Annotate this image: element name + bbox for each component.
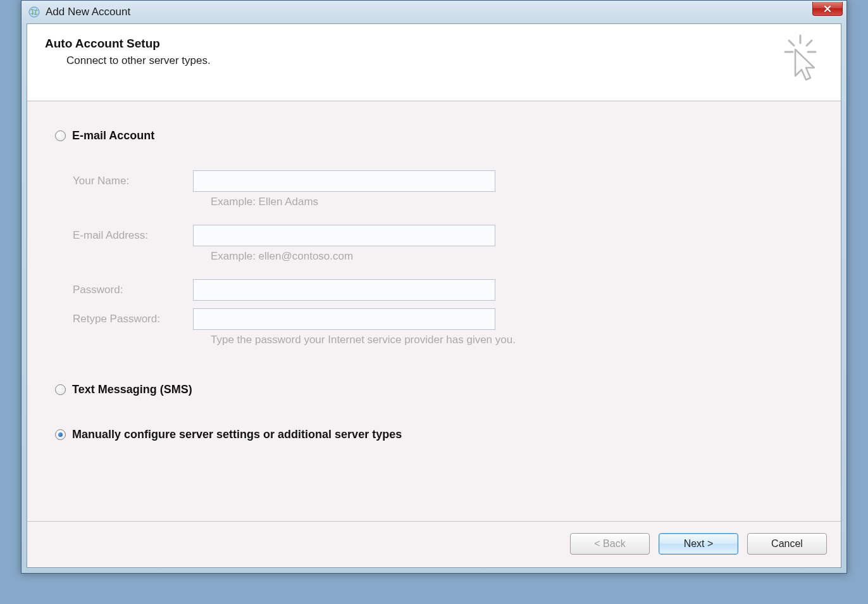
svg-line-2 [789,41,794,46]
page-title: Auto Account Setup [45,37,211,51]
close-button[interactable] [812,2,843,16]
close-icon [823,5,832,13]
wizard-footer: < Back Next > Cancel [27,521,841,567]
wizard-header: Auto Account Setup Connect to other serv… [27,24,841,101]
option-email-account[interactable]: E-mail Account [55,129,817,142]
title-bar: Add New Account [22,1,846,23]
your-name-hint: Example: Ellen Adams [211,196,817,208]
password-label: Password: [73,284,193,296]
option-sms-label: Text Messaging (SMS) [72,383,192,396]
window-title: Add New Account [46,6,130,18]
password-hint: Type the password your Internet service … [211,334,817,346]
radio-icon [55,130,66,141]
retype-password-input [193,308,495,330]
back-button: < Back [570,533,650,555]
your-name-label: Your Name: [73,175,193,187]
email-form: Your Name: Example: Ellen Adams E-mail A… [73,170,817,346]
client-area: Auto Account Setup Connect to other serv… [27,23,841,568]
cancel-button[interactable]: Cancel [747,533,827,555]
option-text-messaging[interactable]: Text Messaging (SMS) [55,383,817,396]
svg-line-3 [807,41,812,46]
email-address-hint: Example: ellen@contoso.com [211,250,817,263]
option-email-label: E-mail Account [72,129,154,142]
svg-point-0 [29,7,39,17]
wizard-body: E-mail Account Your Name: Example: Ellen… [27,101,841,521]
app-icon [28,6,40,18]
radio-icon [55,384,66,395]
retype-password-label: Retype Password: [73,313,193,325]
email-address-input [193,225,495,246]
next-button[interactable]: Next > [659,533,738,555]
dialog-window: Add New Account Auto Account Setup Conne… [21,0,847,574]
option-manual-configure[interactable]: Manually configure server settings or ad… [55,428,817,441]
password-input [193,279,495,301]
your-name-input [193,170,495,192]
wizard-cursor-icon [781,34,819,87]
radio-icon [55,429,66,440]
option-manual-label: Manually configure server settings or ad… [72,428,402,441]
page-subtitle: Connect to other server types. [66,54,211,67]
email-address-label: E-mail Address: [73,229,193,242]
